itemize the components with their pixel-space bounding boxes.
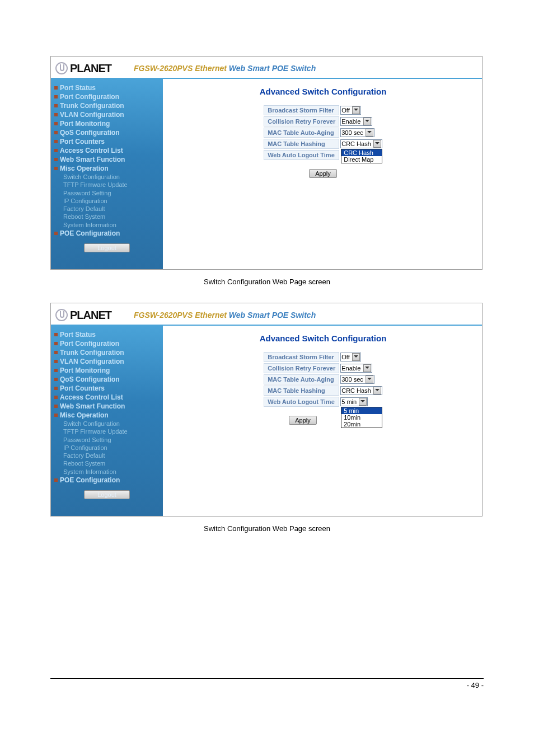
screenshot-2: PLANET FGSW-2620PVS Ethernet Web Smart P… (50, 303, 483, 516)
nav-misc-operation[interactable]: Misc Operation (54, 411, 160, 420)
chevron-down-icon (363, 118, 371, 125)
chevron-down-icon (366, 375, 373, 383)
nav-port-counters[interactable]: Port Counters (54, 384, 160, 393)
apply-button[interactable]: Apply (309, 169, 337, 178)
nav-sub-reboot-system[interactable]: Reboot System (54, 459, 160, 467)
nav-port-monitoring[interactable]: Port Monitoring (54, 366, 160, 375)
nav-sub-reboot-system[interactable]: Reboot System (54, 213, 160, 220)
nav-sub-switch-configuration[interactable]: Switch Configuration (54, 420, 160, 428)
nav-web-smart-function[interactable]: Web Smart Function (54, 155, 160, 164)
logout-button[interactable]: Logout (84, 243, 130, 252)
nav-port-configuration[interactable]: Port Configuration (54, 339, 160, 348)
nav-port-status[interactable]: Port Status (54, 330, 160, 339)
nav-sub-ip-configuration[interactable]: IP Configuration (54, 444, 160, 452)
sidebar: Port Status Port Configuration Trunk Con… (51, 326, 164, 516)
nav-qos-configuration[interactable]: QoS Configuration (54, 375, 160, 384)
chevron-down-icon (352, 353, 360, 361)
label-broadcast-storm-filter: Broadcast Storm Filter (264, 352, 339, 362)
config-form: Broadcast Storm Filter Off Collision Ret… (263, 104, 383, 161)
nav-vlan-configuration[interactable]: VLAN Configuration (54, 357, 160, 366)
dropdown-option-crc-hash[interactable]: CRC Hash (341, 149, 382, 156)
select-mac-table-auto-aging[interactable]: 300 sec (340, 375, 374, 384)
logout-button[interactable]: Logout (84, 490, 130, 499)
content-title: Advanced Switch Configuration (164, 334, 482, 343)
nav-sub-switch-configuration[interactable]: Switch Configuration (54, 173, 160, 181)
page-number: - 49 - (467, 681, 484, 689)
nav-port-monitoring[interactable]: Port Monitoring (54, 119, 160, 128)
app-title: FGSW-2620PVS Ethernet Web Smart POE Swit… (134, 64, 316, 73)
dropdown-option-5min[interactable]: 5 min (341, 407, 382, 414)
dropdown-option-20min[interactable]: 20min (341, 421, 382, 428)
screenshot-1: PLANET FGSW-2620PVS Ethernet Web Smart P… (50, 56, 483, 270)
select-value: Enable (341, 118, 360, 125)
nav-port-counters[interactable]: Port Counters (54, 137, 160, 146)
planet-logo-icon (55, 309, 68, 321)
nav-poe-configuration[interactable]: POE Configuration (54, 476, 160, 485)
nav-sub-factory-default[interactable]: Factory Default (54, 205, 160, 213)
caption-2: Switch Configuration Web Page screen (50, 524, 484, 533)
select-mac-table-hashing[interactable]: CRC Hash CRC Hash Direct Map (340, 139, 382, 148)
select-value: 5 min (341, 398, 357, 405)
nav-sub-system-information[interactable]: System Information (54, 468, 160, 476)
label-mac-table-auto-aging: MAC Table Auto-Aging (264, 128, 339, 138)
nav-sub-password-setting[interactable]: Password Setting (54, 436, 160, 444)
label-mac-table-hashing: MAC Table Hashing (264, 139, 339, 149)
select-value: CRC Hash (341, 387, 371, 394)
nav-qos-configuration[interactable]: QoS Configuration (54, 128, 160, 137)
nav-misc-operation[interactable]: Misc Operation (54, 164, 160, 173)
label-collision-retry-forever: Collision Retry Forever (264, 116, 339, 126)
label-mac-table-auto-aging: MAC Table Auto-Aging (264, 374, 339, 384)
nav-web-smart-function[interactable]: Web Smart Function (54, 402, 160, 411)
chevron-down-icon (359, 398, 367, 406)
nav-sub-tftp-firmware-update[interactable]: TFTP Firmware Update (54, 181, 160, 189)
chevron-down-icon (366, 129, 373, 137)
dropdown-option-direct-map[interactable]: Direct Map (341, 156, 382, 163)
label-collision-retry-forever: Collision Retry Forever (264, 363, 339, 373)
select-broadcast-storm-filter[interactable]: Off (340, 353, 360, 361)
select-value: CRC Hash (341, 140, 371, 147)
select-collision-retry-forever[interactable]: Enable (340, 364, 372, 373)
nav-port-status[interactable]: Port Status (54, 83, 160, 92)
nav-access-control-list[interactable]: Access Control List (54, 146, 160, 155)
select-web-auto-logout-time[interactable]: 5 min 5 min 10min 20min (340, 397, 368, 406)
select-collision-retry-forever[interactable]: Enable (340, 117, 372, 126)
content-title: Advanced Switch Configuration (164, 87, 482, 96)
chevron-down-icon (363, 364, 371, 372)
apply-button[interactable]: Apply (289, 416, 317, 425)
dropdown-web-auto-logout-time: 5 min 10min 20min (341, 407, 382, 428)
logo-text: PLANET (70, 62, 134, 75)
content-area: Advanced Switch Configuration Broadcast … (164, 326, 482, 516)
nav-sub-system-information[interactable]: System Information (54, 221, 160, 229)
select-broadcast-storm-filter[interactable]: Off (340, 106, 360, 115)
page-footer: - 49 - (50, 678, 484, 689)
config-form: Broadcast Storm Filter Off Collision Ret… (263, 351, 383, 408)
chevron-down-icon (373, 140, 381, 148)
select-value: Off (341, 354, 349, 360)
logo-text: PLANET (70, 309, 134, 322)
nav-trunk-configuration[interactable]: Trunk Configuration (54, 348, 160, 357)
planet-logo-icon (55, 62, 68, 74)
label-web-auto-logout-time: Web Auto Logout Time (264, 150, 339, 160)
select-mac-table-hashing[interactable]: CRC Hash (340, 386, 382, 395)
chevron-down-icon (352, 106, 360, 114)
app-header: PLANET FGSW-2620PVS Ethernet Web Smart P… (51, 303, 482, 326)
nav-access-control-list[interactable]: Access Control List (54, 393, 160, 402)
select-value: 300 sec (341, 129, 363, 136)
app-title: FGSW-2620PVS Ethernet Web Smart POE Swit… (134, 311, 316, 320)
nav-sub-ip-configuration[interactable]: IP Configuration (54, 197, 160, 205)
nav-vlan-configuration[interactable]: VLAN Configuration (54, 110, 160, 119)
label-broadcast-storm-filter: Broadcast Storm Filter (264, 105, 339, 115)
nav-port-configuration[interactable]: Port Configuration (54, 92, 160, 101)
dropdown-mac-table-hashing: CRC Hash Direct Map (341, 149, 382, 163)
nav-trunk-configuration[interactable]: Trunk Configuration (54, 101, 160, 110)
select-mac-table-auto-aging[interactable]: 300 sec (340, 128, 374, 137)
nav-poe-configuration[interactable]: POE Configuration (54, 229, 160, 238)
dropdown-option-10min[interactable]: 10min (341, 414, 382, 421)
content-area: Advanced Switch Configuration Broadcast … (164, 79, 482, 269)
nav-sub-tftp-firmware-update[interactable]: TFTP Firmware Update (54, 428, 160, 435)
select-value: 300 sec (341, 376, 363, 383)
select-value: Off (341, 107, 349, 114)
nav-sub-password-setting[interactable]: Password Setting (54, 189, 160, 197)
nav-sub-factory-default[interactable]: Factory Default (54, 452, 160, 459)
sidebar: Port Status Port Configuration Trunk Con… (51, 79, 164, 269)
